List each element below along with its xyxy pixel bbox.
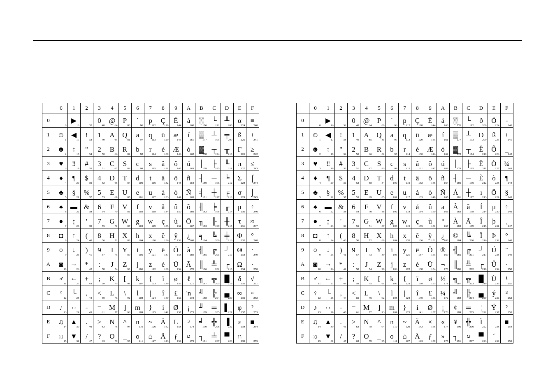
codepoint-cell: >62 <box>93 315 106 329</box>
code-number: 161 <box>444 138 448 141</box>
code-number: 204 <box>469 297 474 300</box>
codepoint-cell: ─196 <box>208 171 221 185</box>
code-number: 28 <box>77 297 79 300</box>
code-number: 63 <box>356 340 359 343</box>
code-number: 237 <box>495 311 499 314</box>
code-number: 82 <box>382 153 385 156</box>
code-number: 170 <box>190 268 194 271</box>
codepoint-cell: ¨249 <box>500 243 513 257</box>
code-number: 145 <box>177 138 181 141</box>
codepoint-cell: Z90 <box>373 257 385 272</box>
codepoint-cell: μ230 <box>233 200 246 214</box>
codepoint-cell: ╡181 <box>195 185 208 200</box>
code-number: 217 <box>228 254 232 256</box>
code-number: 30 <box>77 325 79 328</box>
row-header: F <box>42 329 55 344</box>
codepoint-cell: $36 <box>334 171 347 185</box>
code-number: 254 <box>508 325 512 328</box>
codepoint-cell: ¤207 <box>462 329 475 344</box>
codepoint-cell: Æ146 <box>424 142 437 157</box>
corner-cell <box>42 103 55 113</box>
code-number: 213 <box>482 196 487 199</box>
codepoint-cell: ∩239 <box>233 329 246 344</box>
codepoint-cell: ░176 <box>449 113 462 128</box>
code-number: 18 <box>77 153 79 156</box>
code-number: 252 <box>508 297 512 300</box>
code-number: 85 <box>128 196 130 199</box>
code-number: 183 <box>202 225 207 228</box>
codepoint-cell: ▓178 <box>449 142 462 157</box>
codepoint-cell: →26 <box>322 257 334 272</box>
code-number: 37 <box>344 196 346 199</box>
code-number: 44 <box>344 297 346 300</box>
codepoint-cell: ]93 <box>373 300 385 315</box>
code-number: 141 <box>418 311 423 314</box>
code-number: 115 <box>406 167 410 170</box>
codepoint-cell: Ä142 <box>157 315 170 329</box>
code-number: 174 <box>190 325 194 328</box>
code-number: 17 <box>77 138 79 141</box>
code-number: 29 <box>77 311 79 314</box>
codepoint-cell: ã198 <box>462 200 475 214</box>
code-number: 76 <box>115 297 118 300</box>
codepoint-cell: E69 <box>360 185 373 200</box>
code-number: 62 <box>102 325 105 328</box>
code-number: 196 <box>215 182 220 184</box>
codepoint-cell: z122 <box>398 257 411 272</box>
codepoint-cell: Q81 <box>373 128 385 142</box>
codepoint-cell: ◀17 <box>67 128 80 142</box>
codepoint-cell: U85 <box>373 185 385 200</box>
code-number: 116 <box>406 182 410 184</box>
codepoint-cell: └28 <box>322 286 334 300</box>
col-header: 6 <box>131 103 144 113</box>
codepoint-cell: f102 <box>131 200 144 214</box>
codepoint-cell: û150 <box>170 200 182 214</box>
code-number: 255 <box>253 340 258 343</box>
code-number: 78 <box>115 325 118 328</box>
codepoint-cell: ù151 <box>424 214 437 228</box>
codepoint-cell: ;59 <box>347 272 360 286</box>
code-number: 48 <box>356 124 359 127</box>
codepoint-cell: 048 <box>347 113 360 128</box>
codepoint-cell: _95 <box>118 329 131 344</box>
code-number: 108 <box>393 297 397 300</box>
code-number: 210 <box>482 153 487 156</box>
code-number: 162 <box>190 153 194 156</box>
codepoint-cell: ♣5 <box>309 185 322 200</box>
codepoint-cell: :58 <box>93 257 106 272</box>
code-number: 106 <box>393 268 397 271</box>
codepoint-cell: ╚200 <box>462 228 475 243</box>
codepoint-cell: M77 <box>106 300 118 315</box>
codepoint-cell: ♠6 <box>55 200 67 214</box>
code-number: 157 <box>177 311 181 314</box>
code-number: 235 <box>241 282 245 285</box>
codepoint-cell: Ö153 <box>170 243 182 257</box>
codepoint-cell: )41 <box>334 243 347 257</box>
codepoint-cell: ▼31 <box>67 329 80 344</box>
codepage-table-left: 0123456789ABCDEF00▶1632048@64P80`96p112Ç… <box>42 103 259 344</box>
code-number: 0 <box>319 124 321 127</box>
codepoint-cell: ╗187 <box>195 272 208 286</box>
code-number: 172 <box>444 297 448 300</box>
codepoint-cell: J74 <box>106 257 118 272</box>
code-number: 222 <box>228 325 232 328</box>
codepoint-cell: ♪13 <box>309 300 322 315</box>
code-number: 151 <box>431 225 436 228</box>
codepoint-cell: c99 <box>385 157 398 171</box>
code-number: 131 <box>164 167 169 170</box>
code-number: 220 <box>482 297 487 300</box>
codepoint-cell: p112 <box>398 113 411 128</box>
code-number: 178 <box>457 153 461 156</box>
codepoint-cell: ╠204 <box>208 286 221 300</box>
codepoint-cell: Ë211 <box>475 157 488 171</box>
codepoint-cell: v118 <box>144 200 157 214</box>
codepoint-cell: ╥210 <box>221 142 233 157</box>
code-number: 64 <box>369 124 372 127</box>
codepoint-cell: Ç128 <box>157 113 170 128</box>
code-number: 195 <box>215 167 220 170</box>
code-number: 36 <box>89 182 92 184</box>
codepoint-cell: ♂11 <box>55 272 67 286</box>
row-header: F <box>296 329 309 344</box>
codepoint-cell: ¸247 <box>500 214 513 228</box>
col-header: 1 <box>322 103 334 113</box>
